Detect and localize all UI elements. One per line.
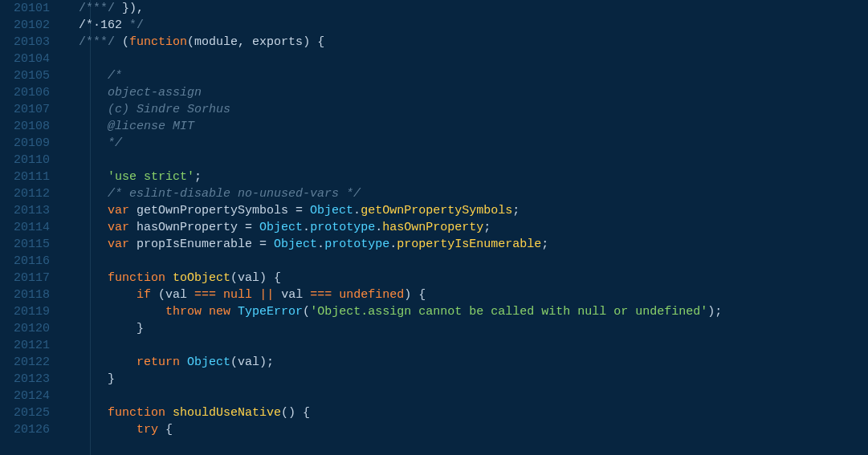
token-kw: new [209, 305, 230, 319]
token-id: exports [252, 35, 303, 49]
code-line[interactable]: @license MIT [64, 118, 868, 135]
line-number: 20106 [0, 84, 50, 101]
token-str: 'Object.assign cannot be called with nul… [310, 305, 707, 319]
code-area[interactable]: /***/ }), /*·162 */ /***/ (function(modu… [64, 0, 868, 455]
code-content[interactable]: /***/ }), /*·162 */ /***/ (function(modu… [64, 0, 868, 438]
token-const: null [223, 288, 252, 302]
token-pun: . [389, 238, 397, 251]
code-line[interactable]: function toObject(val) { [64, 270, 868, 286]
line-number: 20101 [0, 0, 50, 17]
token-pun [129, 238, 137, 251]
token-pun [252, 288, 259, 302]
code-line[interactable]: object-assign [64, 84, 868, 101]
line-number: 20113 [0, 202, 50, 219]
token-pun: ) { [303, 35, 324, 49]
line-number: 20125 [0, 404, 50, 421]
token-pun [230, 305, 238, 319]
token-cm: */ [108, 136, 122, 150]
code-line[interactable]: /*·162 */ [64, 17, 868, 34]
code-line[interactable] [64, 51, 868, 67]
code-line[interactable]: /* [64, 67, 868, 84]
token-pun: . [375, 221, 382, 234]
token-pun [129, 221, 137, 234]
token-kw: var [108, 221, 129, 234]
line-number: 20124 [0, 388, 50, 404]
line-number: 20105 [0, 67, 50, 84]
token-pun [129, 204, 137, 217]
token-obj: Object [274, 238, 317, 251]
token-fn: hasOwnProperty [382, 221, 483, 234]
code-line[interactable]: /* eslint-disable no-unused-vars */ [64, 185, 868, 202]
code-line[interactable] [64, 337, 868, 354]
token-kw: if [137, 288, 151, 302]
code-line[interactable]: */ [64, 135, 868, 152]
token-op: === [194, 288, 216, 302]
token-pun [180, 355, 187, 369]
line-number: 20115 [0, 236, 50, 253]
line-number: 20102 [0, 17, 50, 34]
code-line[interactable]: return Object(val); [64, 354, 868, 371]
line-number: 20118 [0, 286, 50, 303]
token-fn: toObject [173, 271, 230, 285]
token-pun: } [137, 322, 144, 335]
token-cm: @license MIT [108, 120, 194, 133]
token-kw: function [129, 35, 187, 49]
token-pun: ); [707, 305, 722, 319]
code-line[interactable]: function shouldUseNative() { [64, 404, 868, 421]
token-pun: ( [303, 305, 310, 319]
line-number: 20121 [0, 337, 50, 354]
code-line[interactable]: 'use strict'; [64, 169, 868, 185]
token-kw: return [137, 355, 180, 369]
line-number: 20111 [0, 169, 50, 185]
line-number: 20104 [0, 51, 50, 67]
token-pun [202, 305, 209, 319]
code-line[interactable]: var hasOwnProperty = Object.prototype.ha… [64, 219, 868, 236]
token-op: || [259, 288, 274, 302]
code-editor[interactable]: 2010120102201032010420105201062010720108… [0, 0, 868, 455]
code-line[interactable] [64, 152, 868, 169]
token-obj: Object [187, 355, 230, 369]
token-id: module [194, 35, 238, 49]
token-id: hasOwnProperty [137, 221, 238, 234]
code-line[interactable]: if (val === null || val === undefined) { [64, 286, 868, 303]
token-op: === [310, 288, 332, 302]
token-id: val [238, 355, 259, 369]
code-line[interactable] [64, 253, 868, 270]
token-pun: ; [541, 238, 548, 251]
token-prop: prototype [324, 238, 389, 251]
token-pun: ; [512, 204, 520, 217]
token-pun: ; [483, 221, 491, 234]
token-pun [274, 288, 281, 302]
token-obj: Object [310, 204, 353, 217]
token-pun: } [108, 372, 115, 386]
code-line[interactable]: } [64, 320, 868, 337]
code-line[interactable]: var getOwnPropertySymbols = Object.getOw… [64, 202, 868, 219]
token-pun: { [158, 423, 173, 437]
token-pun [165, 406, 173, 420]
code-line[interactable]: throw new TypeError('Object.assign canno… [64, 303, 868, 320]
token-pun: ( [230, 355, 238, 369]
token-pun: ( [115, 35, 129, 49]
code-line[interactable]: /***/ (function(module, exports) { [64, 34, 868, 51]
token-pun: ) { [259, 271, 281, 285]
code-line[interactable]: /***/ }), [64, 0, 868, 17]
token-fn: shouldUseNative [173, 406, 281, 420]
token-cmw: */ [122, 18, 144, 32]
token-pun [216, 288, 223, 302]
token-pun: }), [115, 2, 144, 15]
token-const: undefined [339, 288, 404, 302]
line-number: 20108 [0, 118, 50, 135]
token-pun: . [317, 238, 324, 251]
line-number: 20120 [0, 320, 50, 337]
code-line[interactable]: } [64, 371, 868, 388]
token-obj: Object [259, 221, 303, 234]
token-cm: (c) Sindre Sorhus [108, 103, 230, 116]
line-number: 20117 [0, 270, 50, 286]
code-line[interactable]: var propIsEnumerable = Object.prototype.… [64, 236, 868, 253]
code-line[interactable]: (c) Sindre Sorhus [64, 101, 868, 118]
token-cm: /* eslint-disable no-unused-vars */ [108, 187, 361, 201]
code-line[interactable]: try { [64, 421, 868, 438]
token-pun: ; [194, 170, 202, 184]
code-line[interactable] [64, 388, 868, 404]
token-pun: () { [281, 406, 310, 420]
